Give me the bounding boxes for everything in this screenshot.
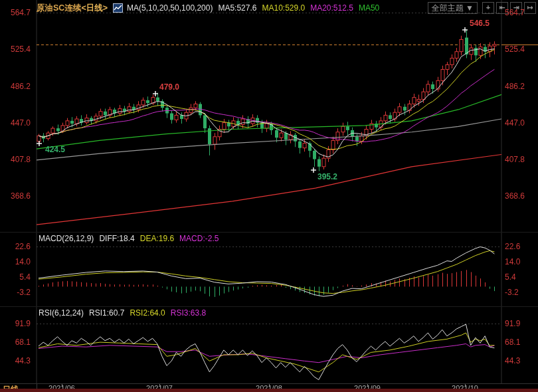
axis-label: 525.4: [505, 45, 525, 54]
axis-label: 486.2: [11, 82, 31, 91]
ma5-value: MA5:527.6: [218, 3, 256, 13]
axis-label: 68.1: [505, 338, 520, 347]
axis-label: 447.0: [11, 118, 31, 128]
axis-label: 68.1: [15, 338, 31, 347]
ma10-value: MA10:529.0: [262, 3, 305, 13]
right-axis: 564.7 525.4 486.2 447.0 407.8 368.6 22.6…: [505, 0, 538, 392]
ma-params-label: MA(5,10,20,50,100,200): [127, 3, 213, 13]
axis-label: 525.4: [11, 45, 31, 54]
axis-label: 447.0: [505, 118, 525, 128]
left-axis: 564.7 525.4 486.2 447.0 407.8 368.6 22.6…: [0, 0, 33, 392]
rsi-params-label: RSI(6,12,24): [39, 308, 84, 318]
axis-label: 22.6: [505, 242, 520, 251]
macd-params-label: MACD(26,12,9): [39, 234, 94, 243]
chart-canvas[interactable]: [0, 0, 538, 392]
scrollbar[interactable]: [0, 389, 538, 392]
axis-label: 486.2: [505, 82, 525, 91]
price-annotation: 395.2: [317, 172, 337, 181]
macd-header: MACD(26,12,9)DIFF:18.4DEA:19.6MACD:-2.5: [39, 234, 224, 243]
macd-diff-value: DIFF:18.4: [99, 234, 134, 243]
rsi-header: RSI(6,12,24)RSI1:60.7RSI2:64.0RSI3:63.8: [39, 308, 211, 318]
ma20-value: MA20:512.5: [310, 3, 353, 13]
axis-label: 5.4: [505, 272, 516, 282]
axis-label: 22.6: [15, 242, 31, 251]
axis-label: 91.9: [15, 319, 31, 328]
price-annotation: 424.5: [45, 145, 65, 154]
axis-label: 368.6: [505, 191, 525, 201]
axis-label: 564.7: [11, 8, 31, 17]
rsi2-value: RSI2:64.0: [130, 308, 165, 318]
axis-label: 91.9: [505, 319, 520, 328]
main-header: 原油SC连续<日线> MA(5,10,20,50,100,200) MA5:52…: [37, 2, 385, 14]
axis-label: 44.3: [505, 356, 520, 365]
chart-window: 原油SC连续<日线> MA(5,10,20,50,100,200) MA5:52…: [0, 0, 538, 392]
axis-label: -3.2: [17, 288, 31, 297]
rsi1-value: RSI1:60.7: [89, 308, 124, 318]
axis-label: 44.3: [15, 356, 31, 365]
axis-label: 564.7: [505, 8, 525, 17]
period-tag: <日线>: [81, 3, 108, 13]
bottom-divider: [0, 383, 538, 384]
price-annotation: 546.5: [470, 19, 490, 28]
macd-hist-value: MACD:-2.5: [179, 234, 219, 243]
axis-label: 5.4: [19, 272, 31, 282]
axis-label: 14.0: [505, 257, 520, 266]
price-annotation: 479.0: [159, 82, 179, 92]
theme-dropdown-label: 全部主题: [432, 3, 464, 13]
rsi3-value: RSI3:63.8: [171, 308, 206, 318]
symbol-title[interactable]: 原油SC连续<日线>: [37, 3, 108, 14]
macd-dea-value: DEA:19.6: [140, 234, 174, 243]
ma50-label: MA50: [359, 3, 379, 13]
symbol-name: 原油SC连续: [37, 3, 81, 13]
axis-label: 368.6: [11, 191, 31, 201]
axis-label: -3.2: [505, 288, 519, 297]
crosshair-icon[interactable]: +: [482, 2, 494, 14]
chevron-down-icon: ▼: [466, 3, 474, 13]
axis-label: 407.8: [505, 155, 525, 164]
chart-type-icon[interactable]: [113, 3, 123, 13]
axis-label: 407.8: [11, 155, 31, 164]
theme-dropdown[interactable]: 全部主题 ▼: [428, 2, 478, 14]
axis-label: 14.0: [15, 257, 31, 266]
